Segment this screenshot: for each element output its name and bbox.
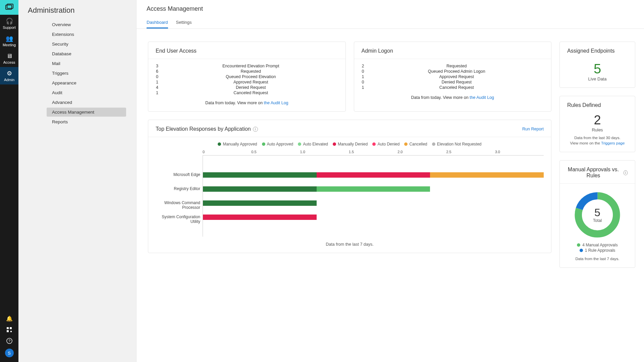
legend-item: 4 Manual Approvals [577, 243, 618, 247]
rail-label: Meeting [3, 43, 16, 47]
card-title: Assigned Endpoints [560, 42, 635, 59]
help-icon[interactable]: ? [0, 335, 18, 347]
stat-count: 1 [156, 80, 158, 84]
tab-dashboard[interactable]: Dashboard [147, 17, 168, 28]
card-top-elevation: Top Elevation Responses by Application i… [148, 120, 551, 253]
sidebar-item-reports[interactable]: Reports [47, 117, 126, 126]
mvr-footer: Data from the last 7 days. [575, 256, 619, 261]
bar-segment [317, 186, 430, 192]
bar-row: System Configuration Utility [203, 215, 544, 220]
sidebar-item-access-management[interactable]: Access Management [47, 108, 126, 117]
stat-row: 1Canceled Request [362, 85, 544, 90]
sidebar-item-extensions[interactable]: Extensions [47, 30, 126, 39]
card-assigned-endpoints: Assigned Endpoints 5 Live Data [559, 42, 635, 88]
bar-segment [430, 172, 544, 178]
card-title: Rules Defined [560, 96, 635, 113]
stat-count: 3 [156, 64, 158, 68]
bar-label: System Configuration Utility [153, 215, 200, 224]
svg-text:?: ? [8, 339, 10, 343]
card-end-user-access: End User Access 3Encountered Elevation P… [148, 42, 346, 112]
card-admin-logon: Admin Logon 2Requested0Queued Proceed Ad… [354, 42, 552, 112]
stat-count: 1 [362, 85, 364, 90]
axis-tick: 1.5 [349, 150, 397, 154]
stat-label: Requested [370, 64, 544, 68]
stat-row: 0Denied Request [362, 80, 544, 84]
triggers-page-link[interactable]: Triggers page [601, 141, 625, 145]
rail-label: Admin [4, 78, 14, 82]
bar-row: Windows Command Processor [203, 200, 544, 206]
donut-chart: 5 Total [572, 190, 623, 240]
bar-segment [203, 186, 317, 192]
page-title: Access Management [147, 5, 634, 12]
stat-count: 0 [156, 74, 158, 79]
access-icon: 🖥 [6, 53, 12, 59]
sidebar-item-overview[interactable]: Overview [47, 20, 126, 29]
card-title: Manual Approvals vs. Rules [567, 167, 620, 179]
audit-log-link[interactable]: the Audit Log [470, 95, 494, 100]
stat-row: 3Encountered Elevation Prompt [156, 64, 338, 68]
bar-segment [203, 215, 317, 220]
sidebar-item-mail[interactable]: Mail [47, 59, 126, 68]
stat-label: Queued Proceed Admin Logon [370, 69, 544, 74]
stat-label: Queued Proceed Elevation [164, 74, 338, 79]
rail-item-meeting[interactable]: 👥Meeting [0, 32, 18, 50]
bar-label: Windows Command Processor [153, 200, 200, 210]
sidebar-item-appearance[interactable]: Appearance [47, 78, 126, 87]
rules-sub: Rules [567, 127, 628, 132]
svg-text:5: 5 [594, 206, 600, 219]
tab-settings[interactable]: Settings [176, 17, 192, 28]
notifications-icon[interactable]: 🔔 [0, 313, 18, 324]
sidebar-title: Administration [18, 5, 136, 20]
bar-segment [203, 172, 317, 178]
rail-item-admin[interactable]: ⚙Admin [0, 67, 18, 84]
svg-rect-4 [7, 330, 9, 332]
card-title: Top Elevation Responses by Application [156, 126, 251, 132]
support-icon: 🎧 [6, 18, 13, 24]
run-report-link[interactable]: Run Report [522, 127, 544, 131]
card-title: Admin Logon [354, 42, 551, 59]
apps-icon[interactable] [0, 324, 18, 335]
axis-tick: 2.5 [446, 150, 495, 154]
sidebar-item-advanced[interactable]: Advanced [47, 98, 126, 107]
bar-label: Microsoft Edge [153, 172, 200, 177]
svg-text:Total: Total [593, 219, 602, 223]
legend-item: Manually Denied [333, 142, 368, 146]
stat-count: 1 [156, 90, 158, 95]
axis-tick: 1.0 [300, 150, 349, 154]
card-footer: Data from today. View more on the Audit … [362, 95, 544, 100]
meeting-icon: 👥 [6, 36, 13, 42]
stat-row: 0Queued Proceed Elevation [156, 74, 338, 79]
svg-rect-5 [10, 331, 12, 332]
bar-row: Registry Editor [203, 186, 544, 192]
stat-row: 0Queued Proceed Admin Logon [362, 69, 544, 74]
assigned-value: 5 [567, 61, 628, 76]
sidebar-item-database[interactable]: Database [47, 49, 126, 58]
rail-item-support[interactable]: 🎧Support [0, 15, 18, 32]
info-icon[interactable]: i [253, 127, 258, 132]
avatar[interactable]: S [5, 349, 14, 357]
audit-log-link[interactable]: the Audit Log [264, 101, 288, 105]
stat-label: Denied Request [370, 80, 544, 84]
app-logo[interactable] [0, 0, 18, 15]
stat-count: 0 [362, 69, 364, 74]
bar-label: Registry Editor [153, 186, 200, 191]
rules-value: 2 [567, 113, 628, 127]
card-manual-vs-rules: Manual Approvals vs. Rules i 5 Total 4 M… [559, 160, 635, 268]
sidebar: Administration OverviewExtensionsSecurit… [18, 0, 137, 362]
sidebar-item-triggers[interactable]: Triggers [47, 69, 126, 78]
chart-footer: Data from the last 7 days. [156, 242, 544, 247]
info-icon[interactable]: i [624, 170, 628, 175]
sidebar-item-security[interactable]: Security [47, 40, 126, 49]
legend-item: Elevation Not Requested [432, 142, 482, 146]
axis-tick: 3.0 [495, 150, 544, 154]
bar-row: Microsoft Edge [203, 172, 544, 178]
legend-item: Auto Denied [372, 142, 399, 146]
rules-hint: Data from the last 30 days. View more on… [567, 135, 628, 146]
bar-segment [203, 200, 317, 206]
left-rail: 🎧Support👥Meeting🖥Access⚙Admin 🔔 ? S [0, 0, 18, 362]
rail-item-access[interactable]: 🖥Access [0, 50, 18, 67]
sidebar-item-audit[interactable]: Audit [47, 88, 126, 97]
card-footer: Data from today. View more on the Audit … [156, 101, 338, 105]
stat-label: Encountered Elevation Prompt [164, 64, 338, 68]
rail-label: Access [3, 60, 15, 64]
